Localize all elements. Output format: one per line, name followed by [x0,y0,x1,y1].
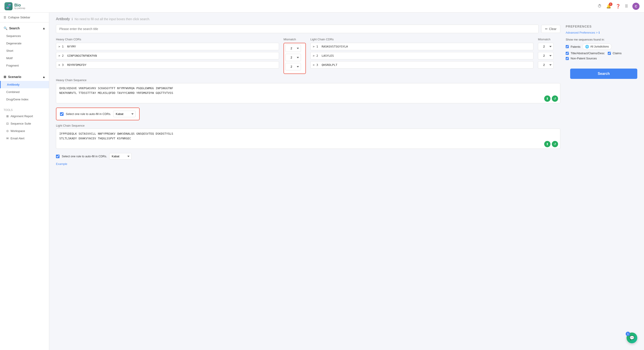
light-cdr-input-3[interactable] [310,61,534,69]
sidebar-item-workspace[interactable]: ⊙ Workspace [0,127,49,135]
search-section-label: Search [9,27,20,30]
sidebar-item-fragment[interactable]: Fragment [0,62,49,69]
sidebar-item-antibody[interactable]: Antibody [0,81,49,88]
non-patent-label: Non-Patent Sources [570,57,597,60]
sidebar-item-alignment-report[interactable]: ⊞ Alignment Report [0,112,49,120]
heavy-cdr-row-2 [56,52,279,59]
grid-icon[interactable]: ⠿ [625,4,628,9]
non-patent-row: Non-Patent Sources [566,57,637,60]
main-content: Antibody ℹ No need to fill out all the i… [49,13,644,350]
collapse-sidebar-btn[interactable]: ☰ Collapse Sidebar [0,13,49,23]
autofill-light-select[interactable]: KabatChothiaIMGT [109,153,132,159]
show-sequences-label: Show me sequences found in: [566,38,637,41]
light-chain-cdr-group: Light Chain CDRs [310,38,534,74]
sidebar-item-sequence-suite[interactable]: ⊡ Sequence Suite [0,120,49,127]
alignment-icon: ⊞ [6,114,9,118]
help-icon[interactable]: ❓ [616,4,620,9]
notification-icon[interactable]: 🔔 1 [606,4,611,9]
non-patent-checkbox[interactable] [566,57,569,60]
logo-icon: 🧬 [4,2,12,10]
light-cdr-row-2 [310,52,534,59]
patents-label: Patents [570,45,580,48]
light-cdr-input-2[interactable] [310,52,534,59]
heavy-sequence-icons: ⬆ ↺ [544,95,558,102]
autofill-heavy-select[interactable]: KabatChothiaIMGT [113,111,136,117]
search-section: 🔍 Search ▲ Sequences Degenerate Short Mo… [0,23,49,71]
header: 🧬 Bio by patsnap ⏱ 🔔 1 ❓ ⠿ C [0,0,644,13]
sidebar-item-drug-gene-index[interactable]: Drug/Gene Index [0,96,49,103]
mismatch-heavy-row-2: 2013 [285,54,304,61]
cdr-grid: Heavy Chain CDRs Mismatch [56,38,560,74]
clear-button[interactable]: ✏ Clear [541,25,560,33]
heavy-cdr-input-3[interactable] [56,61,279,69]
heavy-chain-sequence-section: Heavy Chain Sequence QVQLVQSGVE VKKPGASV… [56,78,560,104]
light-sequence-textarea[interactable]: IFPPSDEQLK SGTASVVCLL NNFYPREAKV QWKVDNA… [56,129,560,149]
scenario-section-header[interactable]: ⊞ Scenario ▲ [0,73,49,81]
tools-section: Tools ⊞ Alignment Report ⊡ Sequence Suit… [0,105,49,144]
heavy-cdr-row-1 [56,43,279,50]
scenario-chevron-icon: ▲ [42,75,46,79]
page-title: Antibody [56,17,70,21]
floating-chat-btn[interactable]: 1 💬 [626,332,637,343]
title-abstract-row: Title/Abstract/Claims/Desc Claims [566,52,637,55]
heavy-upload-btn[interactable]: ⬆ [544,95,550,102]
search-btn-wrapper: Search [566,62,637,81]
heavy-sequence-wrapper: QVQLVQSGVE VKKPGASVKV SCKASGYTFT NYYMYWV… [56,83,560,104]
timer-icon[interactable]: ⏱ [598,4,602,9]
mismatch-heavy-title: Mismatch [284,38,306,41]
preferences-title: PREFERENCES [566,25,637,28]
autofill-heavy-checkbox[interactable] [60,112,64,116]
search-title-input[interactable] [56,25,538,33]
info-icon: ℹ [72,17,73,21]
sidebar-item-sequences[interactable]: Sequences [0,32,49,40]
light-sequence-label: Light Chain Sequence [56,124,560,127]
search-section-header[interactable]: 🔍 Search ▲ [0,24,49,32]
mismatch-light-select-2[interactable]: 2013 [538,52,554,59]
light-chain-cdr-title: Light Chain CDRs [310,38,534,41]
mismatch-heavy-group: Mismatch 2013 2013 [284,38,306,74]
logo-bio: Bio [14,3,25,7]
autofill-light-checkbox[interactable] [56,155,60,158]
sidebar-item-short[interactable]: Short [0,47,49,54]
example-link[interactable]: Example [56,162,67,165]
logo: 🧬 Bio by patsnap [4,2,25,10]
mismatch-heavy-select-1[interactable]: 2013 [285,45,301,52]
jurisdictions-btn[interactable]: 🌐 All Jurisdictions [582,44,612,50]
sidebar-item-email-alert[interactable]: ✉ Email Alert [0,135,49,142]
heavy-chain-cdr-group: Heavy Chain CDRs [56,38,279,74]
heavy-reset-btn[interactable]: ↺ [552,95,558,102]
scenario-section: ⊞ Scenario ▲ Antibody Combined Drug/Gene… [0,71,49,105]
light-cdr-row-1 [310,43,534,50]
patents-checkbox[interactable] [566,45,569,48]
light-sequence-icons: ⬆ ↺ [544,141,558,147]
mismatch-light-group: Mismatch 2013 2013 [538,38,560,74]
floating-badge-num: 1 [626,332,630,336]
claims-checkbox[interactable] [608,52,611,55]
mismatch-light-title: Mismatch [538,38,560,41]
mismatch-heavy-select-3[interactable]: 2013 [285,63,301,70]
search-button[interactable]: Search [570,69,637,79]
layout: ☰ Collapse Sidebar 🔍 Search ▲ Sequences … [0,13,644,350]
advanced-preferences-link[interactable]: Advanced Preferences > ℹ [566,31,637,34]
sidebar-item-motif[interactable]: Motif [0,54,49,62]
title-abstract-checkbox[interactable] [566,52,569,55]
autofill-heavy-row: Select one rule to auto-fill in CDRs. Ka… [56,108,140,120]
light-cdr-input-1[interactable] [310,43,534,50]
heavy-cdr-input-2[interactable] [56,52,279,59]
heavy-sequence-textarea[interactable]: QVQLVQSGVE VKKPGASVKV SCKASGYTFT NYYMYWV… [56,83,560,103]
chat-icon: 💬 [630,335,634,340]
workspace-icon: ⊙ [6,129,9,133]
heavy-cdr-input-1[interactable] [56,43,279,50]
mismatch-light-select-1[interactable]: 2013 [538,43,554,50]
light-reset-btn[interactable]: ↺ [552,141,558,147]
scenario-label: Scenario [8,75,21,79]
sidebar-item-degenerate[interactable]: Degenerate [0,40,49,47]
light-sequence-wrapper: IFPPSDEQLK SGTASVVCLL NNFYPREAKV QWKVDNA… [56,129,560,149]
sidebar-item-combined[interactable]: Combined [0,88,49,96]
patents-row: Patents 🌐 All Jurisdictions [566,44,637,50]
mismatch-heavy-select-2[interactable]: 2013 [285,54,301,61]
collapse-label: Collapse Sidebar [8,16,30,19]
mismatch-light-select-3[interactable]: 2013 [538,61,554,69]
avatar[interactable]: C [632,3,640,10]
light-upload-btn[interactable]: ⬆ [544,141,550,147]
